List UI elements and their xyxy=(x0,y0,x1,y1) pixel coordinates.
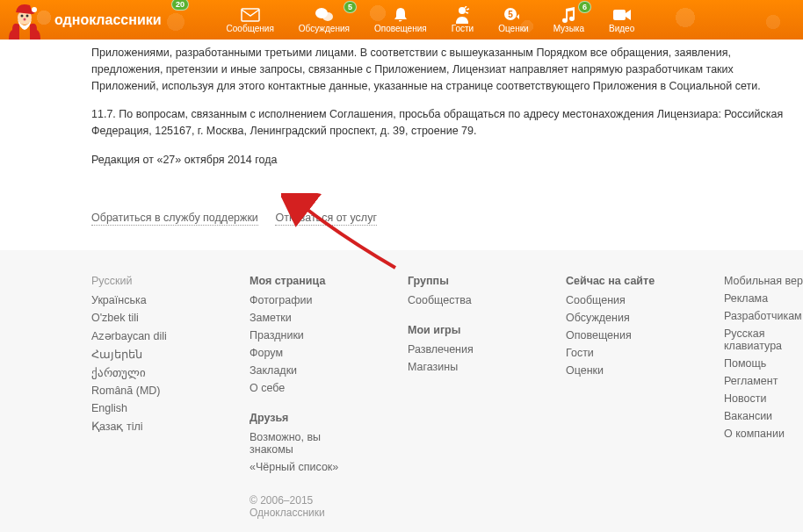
lang-link[interactable]: Қазақ тілі xyxy=(91,420,188,433)
note-icon xyxy=(559,6,578,24)
badge: 6 xyxy=(578,1,591,13)
nav-discussions[interactable]: Обсуждения 5 xyxy=(286,3,362,37)
footer-link[interactable]: Оценки xyxy=(566,364,662,377)
lang-link[interactable]: English xyxy=(91,402,188,414)
logo-notification-badge: 20 xyxy=(171,0,189,11)
nav-music[interactable]: Музыка 6 xyxy=(541,3,597,37)
footer-col-online: Сейчас на сайте Сообщения Обсуждения Опо… xyxy=(566,275,662,519)
footer-link[interactable]: Вакансии xyxy=(724,410,803,422)
lang-link[interactable]: O'zbek tili xyxy=(91,312,188,324)
top-nav: Сообщения Обсуждения 5 Оповещения Гости … xyxy=(214,3,647,37)
svg-rect-5 xyxy=(242,9,259,21)
nav-label: Оповещения xyxy=(374,24,427,33)
footer-link[interactable]: Магазины xyxy=(408,361,504,373)
santa-logo-icon[interactable] xyxy=(0,0,53,40)
nav-video[interactable]: Видео xyxy=(597,3,647,37)
footer-heading[interactable]: Группы xyxy=(408,275,504,287)
rating-icon: 5 xyxy=(503,6,523,24)
footer-link[interactable]: Обсуждения xyxy=(566,312,662,324)
nav-label: Сообщения xyxy=(227,24,274,33)
footer-link[interactable]: Сообщества xyxy=(408,294,504,306)
footer-link[interactable]: «Чёрный список» xyxy=(250,461,346,473)
svg-point-4 xyxy=(24,18,26,21)
footer-link[interactable]: Регламент xyxy=(724,375,803,387)
footer-link[interactable]: Форум xyxy=(250,347,346,359)
agreement-date: Редакция от «27» октября 2014 года xyxy=(91,152,803,169)
person-icon xyxy=(452,6,472,24)
nav-label: Гости xyxy=(452,24,474,33)
agreement-paragraph: 11.7. По вопросам, связанным с исполнени… xyxy=(91,106,803,140)
svg-point-2 xyxy=(21,15,24,18)
footer-heading[interactable]: Сейчас на сайте xyxy=(566,275,662,287)
bell-icon xyxy=(391,6,410,24)
footer-col-mypage: Моя страница Фотографии Заметки Праздник… xyxy=(250,275,346,519)
agreement-paragraph: Приложениями, разработанными третьими ли… xyxy=(91,45,803,94)
svg-rect-11 xyxy=(613,10,626,20)
nav-messages[interactable]: Сообщения xyxy=(214,3,286,37)
footer-heading[interactable]: Моя страница xyxy=(250,275,346,287)
nav-ratings[interactable]: 5 Оценки xyxy=(486,3,540,37)
footer-link[interactable]: Возможно, вы знакомы xyxy=(250,431,346,456)
support-link[interactable]: Обратиться в службу поддержки xyxy=(91,212,258,226)
footer-col-groups: Группы Сообщества Мои игры Развлечения М… xyxy=(408,275,504,519)
lang-link[interactable]: ქართული xyxy=(91,366,188,379)
lang-link[interactable]: Azərbaycan dili xyxy=(91,329,188,342)
nav-guests[interactable]: Гости xyxy=(439,3,486,37)
footer-link[interactable]: Реклама xyxy=(724,292,803,305)
lang-link[interactable]: Հայերեն xyxy=(91,348,188,361)
footer-link[interactable]: Оповещения xyxy=(566,329,662,341)
agreement-content: Приложениями, разработанными третьими ли… xyxy=(0,40,803,202)
nav-notifications[interactable]: Оповещения xyxy=(362,3,439,37)
footer-col-languages: Русский Українська O'zbek tili Azərbayca… xyxy=(91,275,188,519)
svg-point-7 xyxy=(322,12,333,21)
footer-link[interactable]: Праздники xyxy=(250,329,346,341)
svg-point-3 xyxy=(26,15,29,18)
footer-link[interactable]: Развлечения xyxy=(408,343,504,356)
footer-link[interactable]: Новости xyxy=(724,392,803,405)
footer-link[interactable]: Разработчикам xyxy=(724,310,803,322)
footer-link[interactable]: Мобильная версия xyxy=(724,275,803,287)
footer-link[interactable]: Закладки xyxy=(250,364,346,377)
svg-text:5: 5 xyxy=(509,10,514,19)
footer-link[interactable]: О себе xyxy=(250,382,346,394)
nav-label: Оценки xyxy=(498,24,528,33)
logo-text[interactable]: одноклассники xyxy=(54,12,162,28)
footer-link[interactable]: Русская клавиатура xyxy=(724,327,803,352)
footer-link[interactable]: Сообщения xyxy=(566,294,662,306)
footer-heading[interactable]: Мои игры xyxy=(408,324,504,336)
svg-point-8 xyxy=(459,7,466,14)
camera-icon xyxy=(612,6,632,24)
header-bar: одноклассники 20 Сообщения Обсуждения 5 … xyxy=(0,0,803,40)
footer-heading: Русский xyxy=(91,275,188,287)
badge: 5 xyxy=(344,1,357,13)
footer: Русский Українська O'zbek tili Azərbayca… xyxy=(0,250,803,533)
action-links-row: Обратиться в службу поддержки Отказаться… xyxy=(0,202,803,250)
footer-col-misc: Мобильная версия Реклама Разработчикам Р… xyxy=(724,275,803,519)
envelope-icon xyxy=(241,6,260,24)
footer-link[interactable]: Помощь xyxy=(724,357,803,370)
footer-link[interactable]: О компании xyxy=(724,428,803,440)
svg-point-1 xyxy=(32,7,37,12)
chat-icon xyxy=(315,6,334,24)
nav-label: Обсуждения xyxy=(299,24,350,33)
footer-link[interactable]: Заметки xyxy=(250,312,346,324)
footer-link[interactable]: Фотографии xyxy=(250,294,346,306)
footer-heading[interactable]: Друзья xyxy=(250,412,346,424)
nav-label: Музыка xyxy=(553,24,584,33)
lang-link[interactable]: Română (MD) xyxy=(91,385,188,397)
optout-link[interactable]: Отказаться от услуг xyxy=(275,212,376,226)
nav-label: Видео xyxy=(609,24,634,33)
copyright: © 2006–2015 Одноклассники xyxy=(250,494,346,519)
footer-link[interactable]: Гости xyxy=(566,347,662,359)
lang-link[interactable]: Українська xyxy=(91,294,188,306)
